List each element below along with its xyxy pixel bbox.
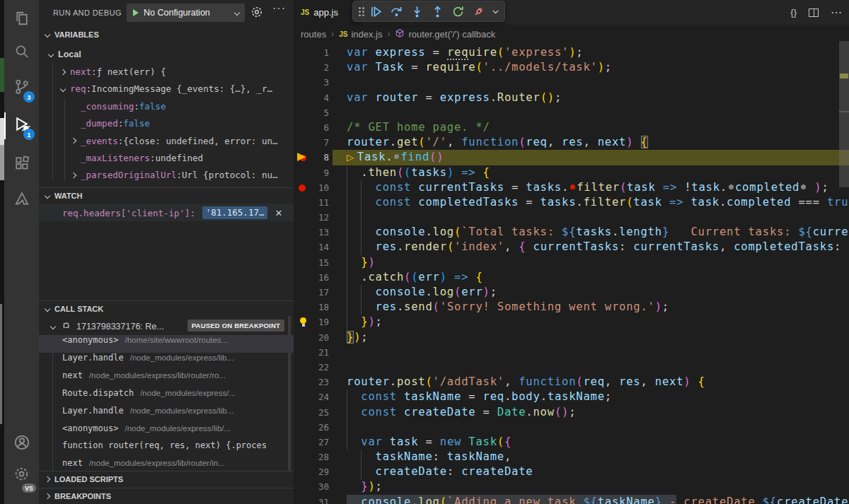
gutter[interactable]	[295, 421, 311, 434]
sidebar-item-explorer[interactable]	[4, 4, 39, 35]
gutter[interactable]	[295, 406, 311, 419]
code-area[interactable]: 1var express = require('express');2var T…	[294, 43, 849, 504]
variable-row[interactable]: _maxListeners: undefined	[39, 149, 294, 166]
step-over-button[interactable]	[388, 3, 405, 20]
variable-row[interactable]: _events: {close: undefined, error: un…	[39, 132, 294, 149]
gutter[interactable]	[295, 346, 311, 359]
code-line[interactable]: 12	[294, 210, 849, 225]
start-debug-icon[interactable]	[133, 9, 139, 16]
watch-expression-row[interactable]: req.headers['client-ip']: '81.165.17… ✕	[39, 204, 294, 221]
gutter[interactable]	[295, 450, 311, 464]
disconnect-button[interactable]	[470, 3, 487, 20]
code-line[interactable]: 24 const taskName = req.body.taskName;	[294, 389, 849, 404]
sidebar-item-run-and-debug[interactable]: 1	[4, 110, 39, 141]
gutter[interactable]	[295, 121, 311, 134]
inline-breakpoint-icon[interactable]: ▷	[347, 152, 354, 163]
code-line[interactable]: 19 });	[294, 315, 849, 329]
variable-row[interactable]: _parsedOriginalUrl: Url {protocol: nu…	[39, 167, 294, 184]
editor-scrollbar[interactable]	[839, 41, 849, 187]
gutter[interactable]	[295, 211, 311, 224]
restart-button[interactable]	[449, 3, 466, 20]
debug-settings-gear[interactable]	[250, 5, 264, 22]
brackets-icon[interactable]: {}	[790, 7, 797, 18]
breakpoints-section-header[interactable]: BREAKPOINTS	[39, 488, 294, 504]
settings-button[interactable]: VS	[4, 459, 39, 491]
code-line[interactable]: 26	[294, 420, 849, 435]
gutter[interactable]	[295, 46, 311, 59]
stack-frame[interactable]: <anonymous>/node_modules/express/lib/...	[39, 423, 294, 441]
code-line[interactable]: 21	[294, 345, 849, 360]
code-line[interactable]: 6/* GET home page. */	[294, 120, 849, 135]
gutter[interactable]	[295, 361, 311, 374]
gutter[interactable]	[295, 465, 311, 479]
current-line-breakpoint-icon[interactable]	[295, 151, 311, 164]
code-line[interactable]: 9 .then((tasks) => {	[294, 165, 849, 180]
gutter[interactable]	[295, 76, 311, 89]
code-line[interactable]: 28 taskName: taskName,	[294, 450, 849, 464]
code-line[interactable]: 13 console.log(`Total tasks: ${tasks.len…	[294, 225, 849, 240]
gutter[interactable]	[295, 286, 311, 299]
code-line[interactable]: 4var router = express.Router();	[294, 90, 849, 105]
inline-breakpoint-candidate-icon[interactable]	[729, 184, 734, 189]
variables-section-header[interactable]: VARIABLES	[39, 27, 294, 42]
breadcrumb-symbol[interactable]: router.get('/') callback	[408, 29, 495, 40]
remove-watch-icon[interactable]: ✕	[275, 208, 282, 218]
inline-breakpoint-candidate-icon[interactable]	[394, 154, 399, 159]
drag-grip-icon[interactable]	[359, 7, 361, 9]
accounts-button[interactable]	[4, 428, 39, 459]
loaded-scripts-section-header[interactable]: LOADED SCRIPTS	[39, 471, 294, 486]
views-more-actions[interactable]: ···	[272, 2, 286, 15]
code-line[interactable]: 22	[294, 360, 849, 375]
variable-row[interactable]: _dumped: false	[39, 115, 294, 132]
tab-app-js[interactable]: JS app.js	[294, 0, 359, 25]
code-line[interactable]: 29 createDate: createDate	[294, 464, 849, 479]
code-line[interactable]: 2var Task = require('../models/task');	[294, 60, 849, 75]
code-line[interactable]: 18 res.send('Sorry! Something went wrong…	[294, 300, 849, 315]
code-line[interactable]: 5	[294, 105, 849, 120]
code-line[interactable]: 17 console.log(err);	[294, 285, 849, 300]
call-stack-section-header[interactable]: CALL STACK	[39, 300, 294, 316]
gutter[interactable]	[295, 196, 311, 209]
variable-row[interactable]: _consuming: false	[39, 98, 294, 115]
step-out-button[interactable]	[429, 3, 446, 20]
breakpoint-icon[interactable]	[295, 181, 311, 194]
gutter[interactable]	[295, 390, 311, 404]
sidebar-item-extensions[interactable]	[4, 149, 39, 180]
inline-breakpoint-candidate-icon[interactable]	[801, 184, 806, 189]
gutter[interactable]	[295, 106, 311, 119]
stack-frame[interactable]: Layer.handle/node_modules/express/lib...	[39, 353, 294, 370]
stack-frame[interactable]: Layer.handle/node_modules/express/lib...	[39, 406, 294, 423]
gutter[interactable]	[295, 166, 311, 180]
stack-frame[interactable]: Route.dispatch/node_modules/express/...	[39, 388, 294, 406]
sidebar-item-source-control[interactable]: 3	[4, 73, 39, 104]
variable-row[interactable]: next: ƒ next(err) {	[39, 63, 294, 80]
gutter[interactable]	[295, 91, 311, 105]
gutter[interactable]	[295, 256, 311, 269]
gutter[interactable]	[295, 61, 311, 74]
gutter[interactable]	[295, 375, 311, 389]
gutter[interactable]	[295, 496, 311, 504]
variable-row[interactable]: req: IncomingMessage {_events: {…}, _r…	[39, 81, 294, 98]
variable-row[interactable]: Local	[39, 46, 294, 63]
gutter[interactable]	[295, 480, 311, 493]
code-line[interactable]: 16 .catch((err) => {	[294, 270, 849, 285]
code-line[interactable]: 1var express = require('express');	[294, 45, 849, 60]
split-editor-icon[interactable]	[809, 8, 819, 17]
code-line[interactable]: 3	[294, 75, 849, 90]
stack-frame[interactable]: function router(req, res, next) {.proces	[39, 440, 294, 458]
code-line[interactable]: 20});	[294, 330, 849, 345]
gutter[interactable]	[295, 300, 311, 314]
stack-frame[interactable]: next/node_modules/express/lib/router/ro.…	[39, 370, 294, 388]
code-line[interactable]: 7router.get('/', function(req, res, next…	[294, 135, 849, 150]
gutter[interactable]	[295, 136, 311, 149]
code-line[interactable]: 8▷Task.find()	[294, 150, 849, 165]
lightbulb-icon[interactable]	[295, 315, 311, 329]
code-line[interactable]: 30 });	[294, 479, 849, 494]
gutter[interactable]	[295, 271, 311, 284]
gutter[interactable]	[295, 225, 311, 239]
gutter[interactable]	[295, 240, 311, 254]
sidebar-item-azure[interactable]	[4, 184, 39, 216]
debug-dropdown-chevron[interactable]	[490, 3, 500, 20]
more-actions-icon[interactable]: ⋯	[831, 6, 842, 19]
gutter[interactable]	[295, 331, 311, 344]
